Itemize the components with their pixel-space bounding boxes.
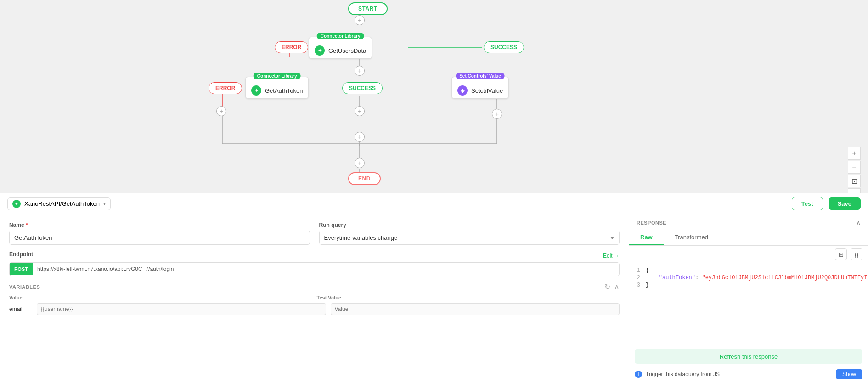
required-star: * xyxy=(26,222,28,228)
name-label: Name * xyxy=(9,222,310,228)
variable-name-email: email xyxy=(9,306,32,312)
add-button-7[interactable]: + xyxy=(355,158,365,168)
success-badge-1: SUCCESS xyxy=(484,41,524,53)
response-panel: RESPONSE ∧ Raw Transformed ⊞ {} 1 { 2 "a… xyxy=(629,214,868,383)
run-query-select[interactable]: Everytime variables change xyxy=(319,231,620,245)
response-tabs: Raw Transformed xyxy=(629,230,868,246)
zoom-controls: + − ⊡ ⤢ ✕ xyxy=(848,147,861,193)
bottom-content: Name * Run query Everytime variables cha… xyxy=(0,214,868,383)
flow-canvas: START + Connector Library ✦ GetUsersData… xyxy=(0,0,868,193)
refresh-response-button[interactable]: Refresh this response xyxy=(635,349,862,364)
variable-row-email: email xyxy=(9,303,620,315)
collapse-variables-icon[interactable]: ∧ xyxy=(614,282,620,291)
name-input[interactable] xyxy=(9,231,310,245)
zoom-minus-button[interactable]: − xyxy=(848,161,861,174)
refresh-icon[interactable]: ↻ xyxy=(604,282,610,291)
show-button[interactable]: Show xyxy=(836,369,862,379)
variable-test-input[interactable] xyxy=(331,303,620,315)
add-button-3[interactable]: + xyxy=(216,106,226,116)
response-toolbar: ⊞ {} xyxy=(629,246,868,263)
variables-actions: ↻ ∧ xyxy=(604,282,620,291)
response-title: RESPONSE xyxy=(637,220,666,225)
code-view-button[interactable]: {} xyxy=(851,248,862,260)
add-button-1[interactable]: + xyxy=(355,15,365,25)
node-icon-1: ✦ xyxy=(315,45,325,56)
table-view-button[interactable]: ⊞ xyxy=(835,248,847,260)
node-icon-3: ◈ xyxy=(457,85,468,96)
chevron-down-icon: ▾ xyxy=(103,201,106,206)
collapse-response-icon[interactable]: ∧ xyxy=(856,219,861,226)
zoom-expand-button[interactable]: ⤢ xyxy=(848,188,861,193)
endpoint-url-input[interactable] xyxy=(33,263,619,276)
add-button-6[interactable]: + xyxy=(355,132,365,142)
response-code: 1 { 2 "authToken": "eyJhbGciOiJBMjU2S1ci… xyxy=(629,263,868,348)
method-badge: POST xyxy=(10,263,33,275)
zoom-reset-button[interactable]: ⊡ xyxy=(848,175,861,187)
save-button[interactable]: Save xyxy=(829,197,861,210)
endpoint-row: POST xyxy=(9,262,620,276)
variables-title: VARIABLES xyxy=(9,284,40,290)
error-badge-1: ERROR xyxy=(275,41,308,53)
set-controls-badge: Set Controls' Value xyxy=(456,73,505,79)
info-icon: i xyxy=(635,371,642,378)
trigger-text: Trigger this dataquery from JS xyxy=(646,371,720,377)
connector-icon: ✦ xyxy=(12,200,21,208)
success-badge-2: SUCCESS xyxy=(342,82,383,94)
form-panel: Name * Run query Everytime variables cha… xyxy=(0,214,629,383)
variables-header: VARIABLES ↻ ∧ xyxy=(9,282,620,291)
endpoint-label: Endpoint xyxy=(9,251,33,258)
error-badge-2: ERROR xyxy=(209,82,242,94)
get-auth-token-node[interactable]: Connector Library ✦ GetAuthToken xyxy=(245,77,309,99)
flow-connections xyxy=(0,0,868,193)
variables-columns: Value Test Value xyxy=(9,295,620,300)
trigger-row: i Trigger this dataquery from JS Show xyxy=(629,366,868,383)
bottom-panel: ✦ XanoRestAPI/GetAuthToken ▾ Test Save N… xyxy=(0,193,868,383)
tab-transformed[interactable]: Transformed xyxy=(664,230,719,245)
edit-link[interactable]: Edit → xyxy=(603,253,620,259)
get-users-data-node[interactable]: Connector Library ✦ GetUsersData xyxy=(309,37,372,59)
bottom-topbar: ✦ XanoRestAPI/GetAuthToken ▾ Test Save xyxy=(0,193,868,214)
code-line-3: 3 } xyxy=(629,282,868,289)
start-node: START xyxy=(348,2,388,15)
add-button-5[interactable]: + xyxy=(492,109,502,119)
add-button-2[interactable]: + xyxy=(355,66,365,76)
connector-badge-2: Connector Library xyxy=(254,73,301,79)
connector-badge-1: Connector Library xyxy=(317,33,364,39)
code-line-2: 2 "authToken": "eyJhbGciOiJBMjU2S1ciLCJl… xyxy=(629,274,868,282)
run-query-label: Run query xyxy=(319,222,620,228)
test-button[interactable]: Test xyxy=(792,197,823,210)
response-header: RESPONSE ∧ xyxy=(629,214,868,226)
set-ctrl-value-node[interactable]: Set Controls' Value ◈ SetctrlValue xyxy=(451,77,509,99)
zoom-plus-button[interactable]: + xyxy=(848,147,861,160)
connector-selector[interactable]: ✦ XanoRestAPI/GetAuthToken ▾ xyxy=(7,197,111,210)
variable-value-input[interactable] xyxy=(37,303,326,315)
code-line-1: 1 { xyxy=(629,267,868,274)
add-button-4[interactable]: + xyxy=(355,106,365,116)
tab-raw[interactable]: Raw xyxy=(629,230,664,245)
node-icon-2: ✦ xyxy=(251,85,261,96)
end-node: END xyxy=(348,172,381,185)
